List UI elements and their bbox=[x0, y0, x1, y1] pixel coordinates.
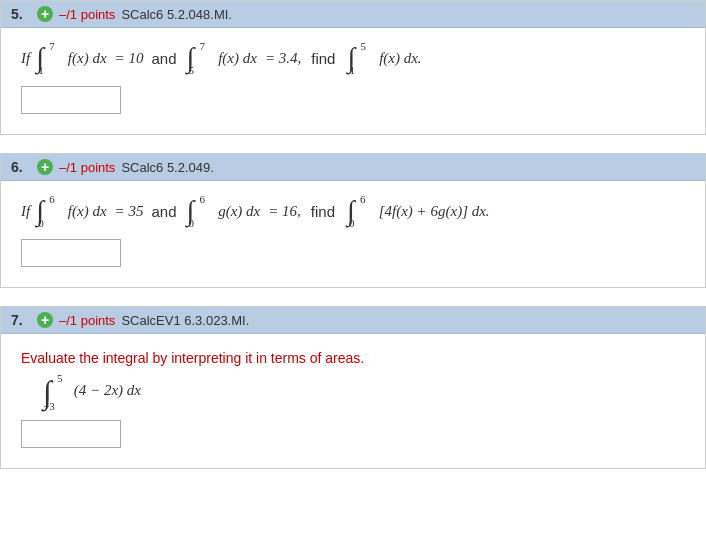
q6-int3-lower: 0 bbox=[349, 217, 355, 229]
q6-conjunction: and bbox=[151, 203, 176, 220]
q6-int3-integrand: [4f(x) + 6g(x)] dx. bbox=[379, 203, 490, 220]
question-7-number: 7. bbox=[11, 312, 31, 328]
q6-int2-upper: 6 bbox=[199, 193, 205, 205]
q5-find: find bbox=[311, 50, 335, 67]
question-6: 6. + –/1 points SCalc6 5.2.049. If ∫ 6 0… bbox=[0, 153, 706, 288]
question-7-header: 7. + –/1 points SCalcEV1 6.3.023.MI. bbox=[1, 307, 705, 334]
q5-int2-lower: 5 bbox=[188, 64, 194, 76]
plus-icon-7[interactable]: + bbox=[37, 312, 53, 328]
q6-int2-lower: 0 bbox=[188, 217, 194, 229]
question-5-header: 5. + –/1 points SCalc6 5.2.048.MI. bbox=[1, 1, 705, 28]
q6-int2-eq: = 16, bbox=[268, 203, 301, 220]
q6-if: If bbox=[21, 203, 30, 220]
q5-int2-eq: = 3.4, bbox=[265, 50, 301, 67]
question-7: 7. + –/1 points SCalcEV1 6.3.023.MI. Eva… bbox=[0, 306, 706, 469]
question-5-body: If ∫ 7 1 f(x) dx = 10 and ∫ 7 bbox=[1, 28, 705, 134]
question-6-body: If ∫ 6 0 f(x) dx = 35 and ∫ 6 bbox=[1, 181, 705, 287]
q5-if: If bbox=[21, 50, 30, 67]
question-6-id: SCalc6 5.2.049. bbox=[121, 160, 214, 175]
q5-int2-upper: 7 bbox=[199, 40, 205, 52]
question-5-number: 5. bbox=[11, 6, 31, 22]
q5-int1-eq: = 10 bbox=[115, 50, 144, 67]
q6-int2-integrand: g(x) dx bbox=[218, 203, 260, 220]
q5-int3-lower: 1 bbox=[349, 64, 355, 76]
plus-icon-6[interactable]: + bbox=[37, 159, 53, 175]
question-5: 5. + –/1 points SCalc6 5.2.048.MI. If ∫ … bbox=[0, 0, 706, 135]
q5-int1-upper: 7 bbox=[49, 40, 55, 52]
q5-int3-upper: 5 bbox=[360, 40, 366, 52]
q5-conjunction: and bbox=[151, 50, 176, 67]
q5-answer-input[interactable] bbox=[21, 86, 121, 114]
q6-answer-input[interactable] bbox=[21, 239, 121, 267]
q6-int1-eq: = 35 bbox=[115, 203, 144, 220]
points-7: –/1 points bbox=[59, 313, 115, 328]
q6-int1-integrand: f(x) dx bbox=[68, 203, 107, 220]
question-5-math: If ∫ 7 1 f(x) dx = 10 and ∫ 7 bbox=[21, 44, 685, 72]
points-5: –/1 points bbox=[59, 7, 115, 22]
q7-integral-display: ∫ 5 −3 (4 − 2x) dx bbox=[41, 376, 685, 408]
q5-int2-integrand: f(x) dx bbox=[218, 50, 257, 67]
points-6: –/1 points bbox=[59, 160, 115, 175]
q7-int-upper: 5 bbox=[57, 372, 63, 384]
q6-int1-upper: 6 bbox=[49, 193, 55, 205]
question-6-header: 6. + –/1 points SCalc6 5.2.049. bbox=[1, 154, 705, 181]
q7-integrand: (4 − 2x) dx bbox=[74, 382, 141, 399]
q7-answer-input[interactable] bbox=[21, 420, 121, 448]
q6-find: find bbox=[311, 203, 335, 220]
question-7-body: Evaluate the integral by interpreting it… bbox=[1, 334, 705, 468]
q7-int-lower: −3 bbox=[43, 400, 55, 412]
question-7-id: SCalcEV1 6.3.023.MI. bbox=[121, 313, 249, 328]
question-6-math: If ∫ 6 0 f(x) dx = 35 and ∫ 6 bbox=[21, 197, 685, 225]
q5-int3-integrand: f(x) dx. bbox=[379, 50, 421, 67]
q6-int3-upper: 6 bbox=[360, 193, 366, 205]
q5-int1-integrand: f(x) dx bbox=[68, 50, 107, 67]
q5-int1-lower: 1 bbox=[38, 64, 44, 76]
q7-instruction: Evaluate the integral by interpreting it… bbox=[21, 350, 685, 366]
plus-icon-5[interactable]: + bbox=[37, 6, 53, 22]
q6-int1-lower: 0 bbox=[38, 217, 44, 229]
question-5-id: SCalc6 5.2.048.MI. bbox=[121, 7, 232, 22]
question-6-number: 6. bbox=[11, 159, 31, 175]
